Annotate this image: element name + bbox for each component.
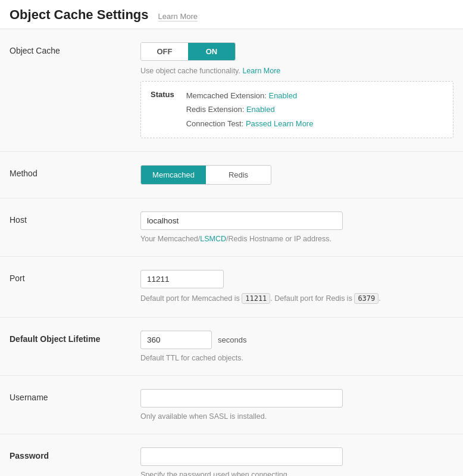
page-header: Object Cache Settings Learn More	[0, 0, 463, 29]
lifetime-content: seconds Default TTL for cached objects.	[140, 331, 453, 362]
status-box: Status Memcached Extension: Enabled Redi…	[140, 81, 453, 138]
host-content: Your Memcached/LSMCD/Redis Hostname or I…	[140, 211, 453, 243]
method-redis-button[interactable]: Redis	[206, 166, 271, 184]
status-connection-value: Passed	[246, 119, 271, 128]
host-input[interactable]	[140, 211, 343, 230]
status-memcached: Memcached Extension: Enabled	[186, 89, 314, 102]
password-content: Specify the password used when connectin…	[140, 447, 453, 476]
toggle-on-button[interactable]: ON	[188, 43, 235, 60]
lifetime-label: Default Object Lifetime	[10, 331, 140, 344]
username-content: Only available when SASL is installed.	[140, 389, 453, 421]
host-label: Host	[10, 211, 140, 225]
status-label: Status	[151, 89, 174, 130]
page-title: Object Cache Settings	[10, 7, 149, 23]
port-input[interactable]	[140, 270, 224, 288]
object-cache-content: OFF ON Use object cache functionality. L…	[140, 42, 453, 138]
status-memcached-key: Memcached Extension:	[186, 91, 269, 100]
host-helper: Your Memcached/LSMCD/Redis Hostname or I…	[140, 235, 453, 243]
header-learn-more-link[interactable]: Learn More	[158, 12, 198, 21]
password-label: Password	[10, 447, 140, 461]
password-helper: Specify the password used when connectin…	[140, 471, 453, 476]
username-label: Username	[10, 389, 140, 402]
method-memcached-button[interactable]: Memcached	[141, 166, 206, 184]
lifetime-input-row: seconds	[140, 331, 453, 349]
status-connection: Connection Test: Passed Learn More	[186, 117, 314, 130]
object-cache-label: Object Cache	[10, 42, 140, 55]
status-redis-value: Enabled	[246, 105, 275, 114]
password-input[interactable]	[140, 447, 343, 466]
object-cache-row: Object Cache OFF ON Use object cache fun…	[0, 29, 463, 152]
lifetime-unit: seconds	[218, 335, 246, 344]
method-label: Method	[10, 165, 140, 178]
port-content: Default port for Memcached is 11211. Def…	[140, 270, 453, 304]
status-memcached-value: Enabled	[268, 91, 297, 100]
status-connection-learn-more[interactable]: Learn More	[274, 119, 313, 128]
lsmcd-link[interactable]: LSMCD	[200, 235, 226, 243]
host-row: Host Your Memcached/LSMCD/Redis Hostname…	[0, 198, 463, 257]
username-helper: Only available when SASL is installed.	[140, 412, 453, 421]
status-connection-key: Connection Test:	[186, 119, 246, 128]
object-cache-toggle: OFF ON	[140, 42, 236, 61]
port-helper: Default port for Memcached is 11211. Def…	[140, 293, 453, 304]
port-row: Port Default port for Memcached is 11211…	[0, 257, 463, 318]
method-toggle-group: Memcached Redis	[140, 165, 271, 185]
object-cache-helper: Use object cache functionality. Learn Mo…	[140, 67, 453, 75]
memcached-port-badge: 11211	[242, 293, 270, 304]
status-redis-key: Redis Extension:	[186, 105, 246, 114]
lifetime-input[interactable]	[140, 331, 212, 349]
lifetime-row: Default Object Lifetime seconds Default …	[0, 318, 463, 376]
object-cache-learn-more-link[interactable]: Learn More	[242, 67, 280, 75]
method-row: Method Memcached Redis	[0, 152, 463, 198]
username-row: Username Only available when SASL is ins…	[0, 376, 463, 434]
port-label: Port	[10, 270, 140, 283]
toggle-off-button[interactable]: OFF	[141, 43, 188, 60]
redis-port-badge: 6379	[354, 293, 378, 304]
password-row: Password Specify the password used when …	[0, 434, 463, 476]
status-lines: Memcached Extension: Enabled Redis Exten…	[186, 89, 314, 130]
username-input[interactable]	[140, 389, 343, 407]
status-redis: Redis Extension: Enabled	[186, 102, 314, 116]
lifetime-helper: Default TTL for cached objects.	[140, 354, 453, 362]
method-content: Memcached Redis	[140, 165, 453, 185]
